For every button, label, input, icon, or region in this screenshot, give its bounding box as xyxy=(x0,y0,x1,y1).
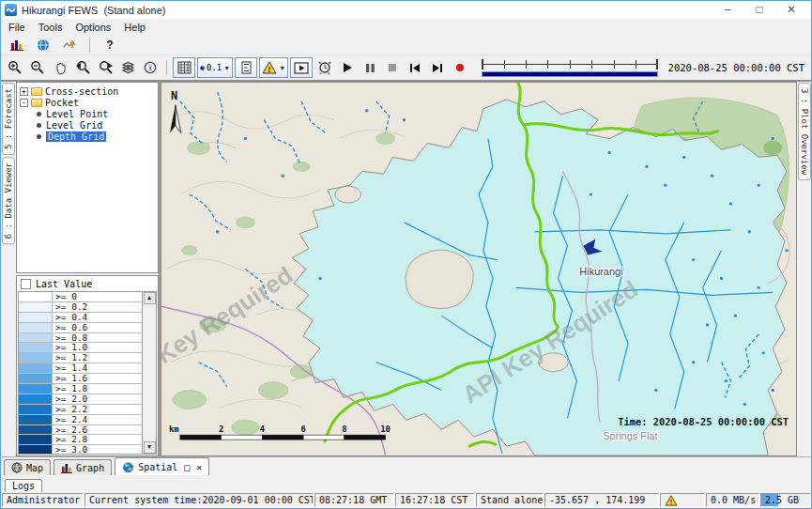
tree-item-pocket[interactable]: -Pocket xyxy=(18,97,158,108)
legend-color-swatch xyxy=(19,363,53,373)
tab-map[interactable]: Map xyxy=(4,459,51,475)
legend-row: >= 0.6 xyxy=(19,323,142,333)
play-button[interactable] xyxy=(337,58,358,77)
scale-tick-label: 6 xyxy=(300,424,305,434)
scroll-down-icon[interactable]: ▼ xyxy=(144,441,156,454)
menu-file[interactable]: File xyxy=(3,21,33,34)
wire-globe-icon xyxy=(11,462,23,473)
close-button[interactable]: ✕ xyxy=(775,2,807,18)
window-title: Hikurangi FEWS (Stand alone) xyxy=(22,5,165,16)
logs-button[interactable]: Logs xyxy=(5,479,42,493)
contour-value-dropdown[interactable]: 0.1 ▼ xyxy=(197,57,233,78)
expand-icon[interactable]: + xyxy=(20,87,28,96)
legend-row-label: >= 1.0 xyxy=(53,343,142,352)
bullet-icon xyxy=(37,134,41,139)
skip-to-start-button[interactable] xyxy=(405,58,425,77)
pause-button[interactable] xyxy=(360,58,380,77)
tab-spatial-label: Spatial xyxy=(138,462,177,472)
menu-options[interactable]: Options xyxy=(69,21,118,34)
status-memory: 2.5 GB xyxy=(760,493,811,507)
zoom-previous-icon[interactable] xyxy=(72,58,93,77)
warning-icon: ! xyxy=(665,495,678,506)
timeseries-display-icon[interactable] xyxy=(59,36,80,54)
zoom-in-icon[interactable] xyxy=(5,58,25,77)
status-mode: Stand alone xyxy=(476,493,544,507)
toolbar-separator xyxy=(89,38,90,53)
last-value-checkbox[interactable] xyxy=(21,279,31,289)
tab-spatial[interactable]: Spatial □ ✕ xyxy=(115,457,209,475)
chevron-down-icon: ▼ xyxy=(223,65,230,71)
legend-row-label: >= 1.8 xyxy=(53,384,142,393)
status-coordinates: -35.657 , 174.199 xyxy=(544,493,659,507)
status-local-time: 16:27:18 CST xyxy=(395,493,475,507)
tree-item-depth-grid[interactable]: Depth Grid xyxy=(18,131,158,142)
legend-color-swatch xyxy=(19,415,53,424)
tab-map-label: Map xyxy=(26,463,43,473)
time-slider-tick xyxy=(526,60,527,69)
time-slider-start-handle[interactable] xyxy=(482,59,483,69)
time-slider-tick xyxy=(570,60,571,69)
tab-close-icon[interactable]: ✕ xyxy=(196,462,202,472)
time-slider-end-handle[interactable] xyxy=(656,59,658,69)
zoom-next-icon[interactable] xyxy=(95,58,115,77)
time-slider-track[interactable] xyxy=(482,59,657,69)
tree-item-level-point[interactable]: Level Point xyxy=(18,108,158,119)
legend-row-label: >= 2.4 xyxy=(53,415,142,424)
timer-icon[interactable] xyxy=(314,58,335,77)
legend-color-swatch xyxy=(19,394,53,404)
time-slider-tick xyxy=(547,60,548,69)
compass-n-label: N xyxy=(171,89,177,102)
stop-button[interactable] xyxy=(382,58,403,77)
legend-row-label: >= 0.8 xyxy=(53,333,142,343)
animation-button[interactable] xyxy=(290,57,313,78)
help-button[interactable]: ? xyxy=(100,36,120,54)
menu-help[interactable]: Help xyxy=(118,21,153,34)
skip-to-end-button[interactable] xyxy=(427,58,448,77)
left-tab-1[interactable]: 6 : Data Viewer xyxy=(2,157,15,244)
status-warning-cell: ! xyxy=(660,493,705,507)
layer-tree: +Cross-section-PocketLevel PointLevel Gr… xyxy=(16,82,159,273)
pan-hand-icon[interactable] xyxy=(50,58,70,77)
globe-icon[interactable] xyxy=(33,36,54,54)
legend-button[interactable] xyxy=(235,57,257,78)
tree-item-cross-section[interactable]: +Cross-section xyxy=(18,85,158,97)
scroll-up-icon[interactable]: ▲ xyxy=(144,292,156,304)
collapse-icon[interactable]: - xyxy=(20,99,28,107)
app-window: Hikurangi FEWS (Stand alone) – □ ✕ FileT… xyxy=(0,0,812,509)
legend-scrollbar[interactable]: ▲ ▼ xyxy=(142,292,156,454)
legend-row-label: >= 0.4 xyxy=(53,313,142,322)
scale-tick-label: 8 xyxy=(342,424,346,434)
app-logo-icon xyxy=(5,4,17,16)
legend-row-label: >= 1.2 xyxy=(53,353,142,362)
bullet-icon xyxy=(37,112,41,116)
svg-text:!: ! xyxy=(268,65,271,74)
menu-bar: FileToolsOptionsHelp xyxy=(1,19,811,35)
right-tab-plot-overview[interactable]: 3 : Plot Overview xyxy=(798,83,811,180)
legend-row-label: >= 2.2 xyxy=(53,405,142,414)
minimize-button[interactable]: – xyxy=(712,2,743,18)
grid-display-button[interactable] xyxy=(173,57,195,78)
legend-color-swatch xyxy=(19,353,53,362)
info-icon[interactable]: i xyxy=(140,58,161,77)
layers-icon[interactable] xyxy=(117,58,138,77)
map-time-label: Time: 2020-08-25 00:00:00 CST xyxy=(618,416,789,427)
menu-tools[interactable]: Tools xyxy=(33,21,70,34)
tree-item-label: Pocket xyxy=(45,98,79,108)
map-canvas[interactable]: API Key Required API Key Required Hikura… xyxy=(161,82,797,456)
tree-item-level-grid[interactable]: Level Grid xyxy=(18,119,158,131)
legend-color-swatch xyxy=(19,333,53,343)
legend-color-swatch xyxy=(19,384,53,393)
maximize-button[interactable]: □ xyxy=(743,2,775,18)
tab-graph[interactable]: Graph xyxy=(54,459,112,475)
legend-color-swatch xyxy=(19,374,53,383)
warning-dropdown-button[interactable]: ! ▼ xyxy=(259,57,288,78)
bar-chart-icon[interactable] xyxy=(7,36,27,54)
record-button[interactable] xyxy=(450,58,470,77)
tab-maximize-icon[interactable]: □ xyxy=(184,462,190,472)
time-slider[interactable] xyxy=(482,59,657,77)
left-tab-0[interactable]: 5 : Forecast xyxy=(2,83,15,155)
status-gmt-time: 08:27:18 GMT xyxy=(314,493,394,507)
svg-text:i: i xyxy=(149,64,152,72)
zoom-out-icon[interactable] xyxy=(27,58,48,77)
legend-panel: Last Value >= 0>= 0.2>= 0.4>= 0.6>= 0.8>… xyxy=(16,275,159,456)
